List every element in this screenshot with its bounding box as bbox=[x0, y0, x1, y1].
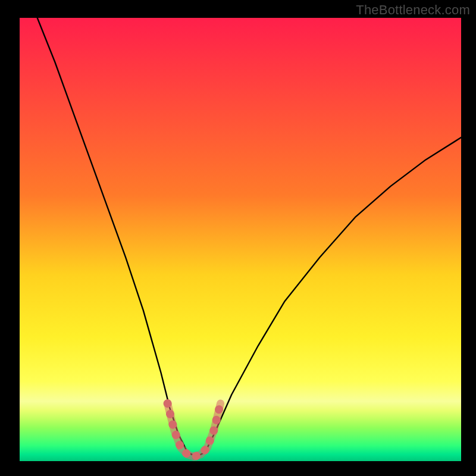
plot-background bbox=[20, 18, 461, 461]
chart-stage: TheBottleneck.com bbox=[0, 0, 476, 476]
bottleneck-chart bbox=[0, 0, 476, 476]
watermark-text: TheBottleneck.com bbox=[356, 2, 470, 18]
